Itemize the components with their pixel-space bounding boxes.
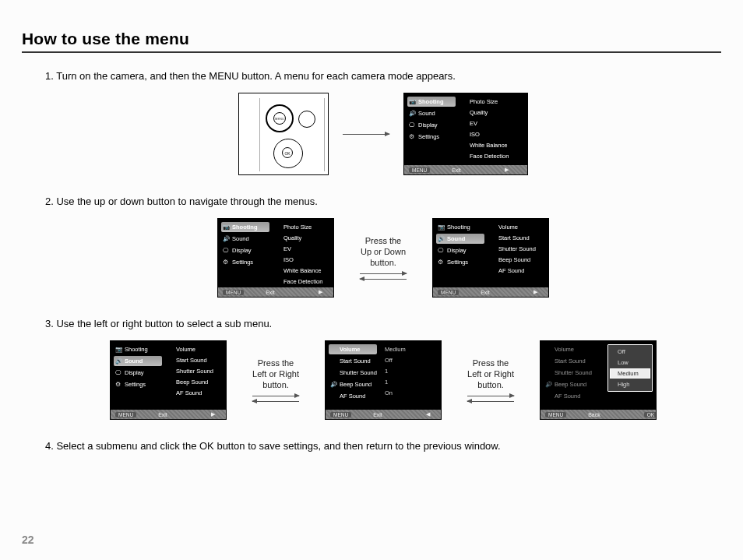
lcd-footer: MENUExit ▶Change	[404, 165, 527, 174]
submenu-item: EV	[459, 118, 524, 129]
figure-row-3: 📷Shooting 🔊Sound 🖵Display ⚙Settings Volu…	[45, 340, 721, 420]
menu-button-icon: MENU	[266, 104, 294, 132]
submenu-item: ISO	[459, 129, 524, 139]
mode-button-icon	[298, 111, 315, 128]
lcd-shooting-menu-2: 📷Shooting 🔊Sound 🖵Display ⚙Settings Phot…	[217, 218, 334, 298]
camera-back-diagram: MENU OK	[238, 93, 329, 175]
option-high: High	[610, 379, 650, 389]
caption-leftright-2: Press the Left or Right button.	[456, 358, 526, 390]
lcd-sound-leftpane: 📷Shooting 🔊Sound 🖵Display ⚙Settings Volu…	[110, 340, 227, 420]
figure-row-2: 📷Shooting 🔊Sound 🖵Display ⚙Settings Phot…	[45, 218, 721, 298]
submenu-item: Photo Size	[459, 97, 524, 107]
page-number: 22	[22, 534, 34, 546]
step-3-text: 3. Use the left or right button to selec…	[45, 318, 721, 329]
submenu-item: Face Detection	[459, 151, 524, 161]
menu-item-sound: 🔊Sound	[407, 108, 456, 118]
arrow-updown-group: Press the Up or Down button.	[348, 236, 418, 279]
lcd-sound-menu: 📷Shooting 🔊Sound 🖵Display ⚙Settings Volu…	[432, 218, 549, 298]
lcd-shooting-menu: 📷Shooting 🔊Sound 🖵Display ⚙Settings Phot…	[403, 93, 528, 175]
arrow-leftright-group-2: Press the Left or Right button.	[456, 358, 526, 401]
option-medium: Medium	[610, 368, 650, 379]
menu-item-display: 🖵Display	[407, 120, 456, 130]
caption-leftright-1: Press the Left or Right button.	[241, 358, 311, 390]
step-2-text: 2. Use the up or down button to navigate…	[45, 195, 721, 207]
submenu-item: Quality	[459, 107, 524, 118]
arrow-leftright-group-1: Press the Left or Right button.	[241, 358, 311, 401]
lcd-sound-submenu: Volume Start Sound Shutter Sound 🔊Beep S…	[325, 340, 442, 420]
page-title: How to use the menu	[22, 30, 721, 53]
lcd-volume-options: Volume Start Sound Shutter Sound 🔊Beep S…	[540, 340, 657, 420]
option-off: Off	[610, 347, 650, 357]
arrow-right-icon	[467, 396, 514, 396]
arrow-right-icon	[343, 134, 389, 135]
menu-item-shooting: 📷Shooting	[407, 97, 456, 107]
step-4-text: 4. Select a submenu and click the OK but…	[45, 440, 721, 452]
nav-wheel-icon: OK	[273, 139, 303, 168]
submenu-item: White Balance	[459, 140, 524, 150]
step-1-text: 1. Turn on the camera, and then the MENU…	[45, 70, 721, 82]
arrow-right-icon	[360, 273, 407, 274]
caption-updown: Press the Up or Down button.	[348, 236, 418, 268]
arrow-left-icon	[360, 279, 407, 280]
arrow-left-icon	[252, 401, 299, 402]
figure-row-1: MENU OK 📷Shooting 🔊Sound 🖵Display ⚙Setti…	[45, 93, 721, 175]
menu-item-settings: ⚙Settings	[407, 132, 456, 142]
arrow-left-icon	[467, 401, 514, 402]
option-low: Low	[610, 357, 650, 368]
arrow-right-icon	[252, 396, 299, 396]
